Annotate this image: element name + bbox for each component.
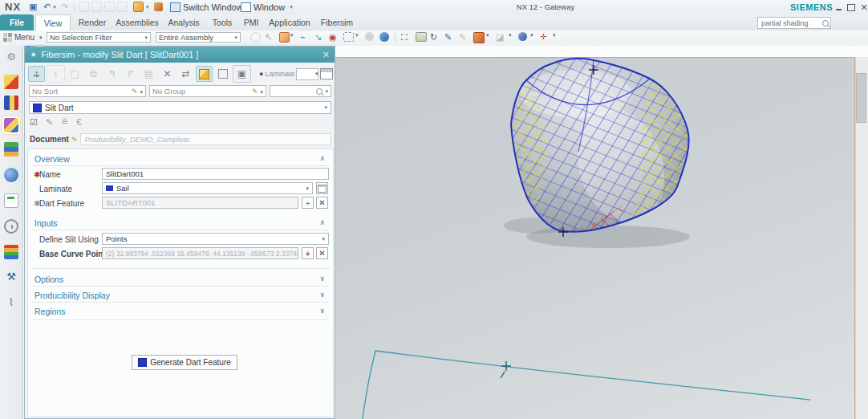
graphics-viewport[interactable]: [335, 46, 868, 419]
laminate-dropdown[interactable]: Sail ▾: [102, 182, 313, 194]
tab-application[interactable]: Application: [265, 14, 314, 31]
section-regions[interactable]: Regions: [34, 307, 66, 316]
generate-dart-feature-button[interactable]: Generate Dart Feature: [132, 355, 237, 370]
report-document-icon[interactable]: [4, 193, 18, 208]
next-item-icon[interactable]: ↱: [122, 66, 139, 82]
dialog-search-box[interactable]: ▾: [270, 85, 331, 97]
viewport-scrollbar[interactable]: [855, 57, 868, 419]
measure-caret[interactable]: ▾: [553, 32, 564, 43]
layup-manager-icon[interactable]: [4, 142, 18, 157]
search-input[interactable]: [760, 18, 822, 28]
command-search-box[interactable]: [757, 17, 831, 29]
magnet-point-icon[interactable]: ◉: [329, 32, 340, 43]
secondary-brush-icon[interactable]: ✎: [459, 32, 470, 43]
save-icon[interactable]: ▣: [29, 2, 37, 12]
swap-icon[interactable]: ⇄: [177, 66, 194, 82]
repeat-command-icon[interactable]: [117, 2, 128, 12]
solid-cube-icon[interactable]: [196, 66, 213, 82]
edit-checkbox-icon[interactable]: ☑: [30, 117, 38, 128]
shaded-view-icon[interactable]: [473, 32, 485, 43]
minimize-button[interactable]: [833, 2, 844, 12]
options-expand-icon[interactable]: ∨: [319, 275, 325, 283]
delete-item-icon[interactable]: ✕: [159, 66, 176, 82]
fibersim-splice-tool-icon[interactable]: [4, 96, 18, 110]
dialog-titlebar[interactable]: ✦ Fibersim - modify Slit Dart [ SlitDart…: [25, 47, 335, 63]
laminate-panel-button[interactable]: [316, 182, 328, 194]
rectangle-select-icon[interactable]: [343, 32, 354, 42]
feature-type-dropdown[interactable]: Slit Dart ▾: [29, 101, 331, 114]
end-point-icon[interactable]: ↘: [314, 32, 326, 43]
menu-button[interactable]: Menu ▾: [3, 31, 43, 43]
scrollbar-thumb[interactable]: [856, 73, 866, 123]
single-mode-icon[interactable]: 1: [47, 65, 65, 83]
name-input[interactable]: SlitDart001: [102, 168, 329, 180]
paste-icon[interactable]: [104, 2, 115, 12]
link-icon[interactable]: ≞: [61, 117, 68, 128]
reposition-icon[interactable]: ↔↕: [28, 66, 45, 82]
redo-icon[interactable]: ↷: [61, 2, 68, 12]
undo-icon[interactable]: ↶▾: [43, 2, 56, 12]
tab-render[interactable]: Render: [74, 14, 111, 31]
overview-collapse-icon[interactable]: ∧: [319, 154, 325, 162]
switch-window-button[interactable]: Switch Window: [170, 2, 243, 12]
earth-icon[interactable]: [379, 32, 389, 42]
section-overview[interactable]: Overview: [34, 154, 70, 164]
base-curve-clear-button[interactable]: ✕: [316, 247, 328, 259]
3d-model-canvas[interactable]: [335, 46, 868, 419]
rotate-view-icon[interactable]: ↻: [430, 32, 441, 43]
tools-wrench-icon[interactable]: ⚒: [4, 271, 18, 285]
document-edit-icon[interactable]: ✎: [71, 136, 78, 144]
window-menu-button[interactable]: Window ▾: [241, 2, 293, 12]
background-icon[interactable]: [518, 32, 527, 41]
sort-dropdown[interactable]: No Sort ✎▾: [29, 85, 146, 97]
fibersim-ply-tool-icon[interactable]: [4, 75, 18, 89]
define-slit-dropdown[interactable]: Points ▾: [102, 233, 329, 245]
paint-brush-icon[interactable]: ✎: [444, 32, 456, 43]
fibersim-dart-tool-icon[interactable]: [4, 118, 18, 132]
derived-point-icon[interactable]: ⌁: [300, 32, 311, 43]
producibility-expand-icon[interactable]: ∨: [319, 291, 325, 299]
highlight-icon[interactable]: ↖: [265, 32, 276, 43]
tab-tools[interactable]: Tools: [207, 14, 237, 31]
rosette-icon[interactable]: [4, 168, 18, 182]
section-inputs[interactable]: Inputs: [34, 218, 58, 228]
tab-view[interactable]: View: [35, 14, 71, 31]
selection-filter-dropdown[interactable]: No Selection Filter▾: [47, 32, 151, 43]
panel-window-icon[interactable]: [320, 68, 333, 79]
prev-item-icon[interactable]: ↰: [103, 66, 120, 82]
cut-icon[interactable]: [79, 2, 89, 12]
tab-analysis[interactable]: Analysis: [164, 14, 204, 31]
base-curve-add-button[interactable]: ＋: [302, 247, 314, 259]
probe-tool-icon[interactable]: ⌇: [4, 296, 18, 311]
maximize-button[interactable]: [846, 2, 857, 12]
laminate-mini-dropdown[interactable]: ▾: [296, 68, 318, 80]
regions-expand-icon[interactable]: ∨: [319, 307, 325, 315]
tab-pmi[interactable]: PMI: [239, 14, 263, 31]
selection-scope-dropdown[interactable]: Entire Assembly▾: [156, 32, 241, 43]
wire-cube-icon[interactable]: [214, 66, 231, 82]
copy-icon[interactable]: [91, 2, 102, 12]
reset-filter-icon[interactable]: [250, 32, 261, 43]
new-item-icon[interactable]: ▢: [67, 66, 83, 82]
dialog-close-icon[interactable]: ✕: [322, 50, 330, 60]
clone-icon[interactable]: ✎: [46, 117, 53, 128]
boxed-view-icon[interactable]: ▣: [233, 65, 251, 83]
dart-feature-clear-button[interactable]: ✕: [316, 197, 328, 209]
snap-point-icon[interactable]: [279, 32, 290, 43]
gear-icon[interactable]: ⚙: [4, 51, 18, 65]
wcs-icon[interactable]: [365, 32, 374, 41]
inputs-collapse-icon[interactable]: ∧: [319, 218, 325, 226]
history-clock-icon[interactable]: [4, 219, 18, 234]
flat-pattern-outline[interactable]: [363, 351, 810, 419]
render-style-icon[interactable]: ◪: [496, 32, 507, 43]
tab-file[interactable]: File: [0, 14, 34, 31]
dart-feature-add-button[interactable]: ＋: [302, 197, 314, 209]
units-icon[interactable]: €: [76, 117, 81, 128]
wireframe-display-icon[interactable]: [416, 32, 427, 42]
tab-fibersim[interactable]: Fibersim: [316, 14, 358, 31]
touch-mode-icon[interactable]: ▾: [133, 2, 149, 12]
material-palette-icon[interactable]: [4, 245, 18, 259]
copy-item-icon[interactable]: ⧉: [85, 66, 102, 82]
group-dropdown[interactable]: No Group ✎▾: [149, 85, 266, 97]
measure-icon[interactable]: ✛: [540, 32, 551, 43]
